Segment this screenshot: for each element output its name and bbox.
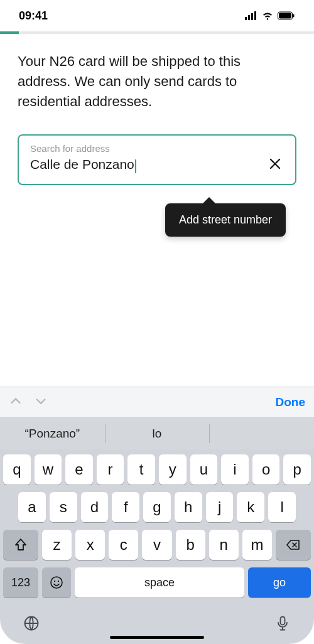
keyboard-accessory-bar: Done <box>0 387 314 418</box>
key-f[interactable]: f <box>112 492 139 522</box>
key-y[interactable]: y <box>159 454 187 485</box>
suggestion-2[interactable] <box>209 418 314 449</box>
next-field-button[interactable] <box>34 394 48 411</box>
svg-rect-5 <box>279 13 291 19</box>
key-s[interactable]: s <box>50 492 77 522</box>
keyboard-row-4: 123 space go <box>3 567 311 598</box>
svg-point-9 <box>58 581 59 582</box>
keyboard-row-2: a s d f g h j k l <box>3 492 311 522</box>
cellular-signal-icon <box>245 11 257 20</box>
keyboard-done-button[interactable]: Done <box>276 395 306 409</box>
keyboard-row-1: q w e r t y u i o p <box>3 454 311 485</box>
globe-button[interactable] <box>23 614 40 635</box>
key-g[interactable]: g <box>143 492 171 522</box>
mic-button[interactable] <box>274 614 291 635</box>
close-icon <box>269 158 281 170</box>
shift-icon <box>13 537 28 552</box>
key-t[interactable]: t <box>127 454 155 485</box>
home-indicator[interactable] <box>110 636 204 639</box>
svg-rect-2 <box>251 13 253 20</box>
backspace-icon <box>286 537 301 552</box>
wifi-icon <box>261 11 274 20</box>
address-search-label: Search for address <box>30 143 284 154</box>
key-e[interactable]: e <box>65 454 93 485</box>
key-q[interactable]: q <box>3 454 31 485</box>
status-bar: 09:41 <box>0 0 314 31</box>
key-go[interactable]: go <box>248 567 311 598</box>
emoji-icon <box>49 575 64 590</box>
address-search-value: Calle de Ponzano <box>30 157 134 172</box>
status-indicators <box>245 11 295 20</box>
key-m[interactable]: m <box>242 530 272 560</box>
key-j[interactable]: j <box>206 492 234 522</box>
key-v[interactable]: v <box>142 530 171 560</box>
key-r[interactable]: r <box>97 454 124 485</box>
chevron-up-icon <box>9 394 23 408</box>
progress-fill <box>0 31 19 34</box>
suggestion-1[interactable]: lo <box>105 418 210 449</box>
svg-rect-1 <box>248 15 250 20</box>
key-z[interactable]: z <box>42 530 72 560</box>
address-search-field[interactable]: Search for address Calle de Ponzano <box>18 134 296 185</box>
svg-rect-0 <box>245 17 247 20</box>
tooltip-add-street-number: Add street number <box>165 203 286 237</box>
svg-rect-3 <box>254 11 256 20</box>
key-p[interactable]: p <box>283 454 311 485</box>
key-a[interactable]: a <box>18 492 46 522</box>
key-shift[interactable] <box>3 530 38 560</box>
key-n[interactable]: n <box>209 530 239 560</box>
svg-rect-6 <box>293 14 295 18</box>
chevron-down-icon <box>34 394 48 408</box>
keyboard: Done “Ponzano” lo q w e r t y u i o p a … <box>0 387 314 644</box>
key-emoji[interactable] <box>42 567 71 598</box>
status-time: 09:41 <box>19 9 48 23</box>
key-backspace[interactable] <box>276 530 311 560</box>
key-numbers[interactable]: 123 <box>3 567 38 598</box>
page-heading: Your N26 card will be shipped to this ad… <box>18 51 296 112</box>
microphone-icon <box>274 614 291 632</box>
key-space[interactable]: space <box>75 567 244 598</box>
svg-point-7 <box>51 577 62 588</box>
key-l[interactable]: l <box>268 492 296 522</box>
progress-bar <box>0 31 314 34</box>
key-u[interactable]: u <box>190 454 218 485</box>
key-c[interactable]: c <box>109 530 138 560</box>
key-k[interactable]: k <box>237 492 264 522</box>
prev-field-button[interactable] <box>9 394 23 411</box>
key-b[interactable]: b <box>176 530 205 560</box>
key-w[interactable]: w <box>35 454 62 485</box>
globe-icon <box>23 614 40 632</box>
key-i[interactable]: i <box>221 454 249 485</box>
clear-input-button[interactable] <box>266 154 284 175</box>
key-d[interactable]: d <box>81 492 109 522</box>
text-cursor <box>135 159 136 173</box>
keyboard-row-3: z x c v b n m <box>3 530 311 560</box>
key-o[interactable]: o <box>252 454 280 485</box>
key-h[interactable]: h <box>175 492 202 522</box>
key-x[interactable]: x <box>75 530 105 560</box>
battery-icon <box>278 11 295 20</box>
suggestion-0[interactable]: “Ponzano” <box>0 418 105 449</box>
keyboard-suggestions: “Ponzano” lo <box>0 418 314 449</box>
svg-point-8 <box>54 581 55 582</box>
svg-rect-11 <box>281 617 285 625</box>
